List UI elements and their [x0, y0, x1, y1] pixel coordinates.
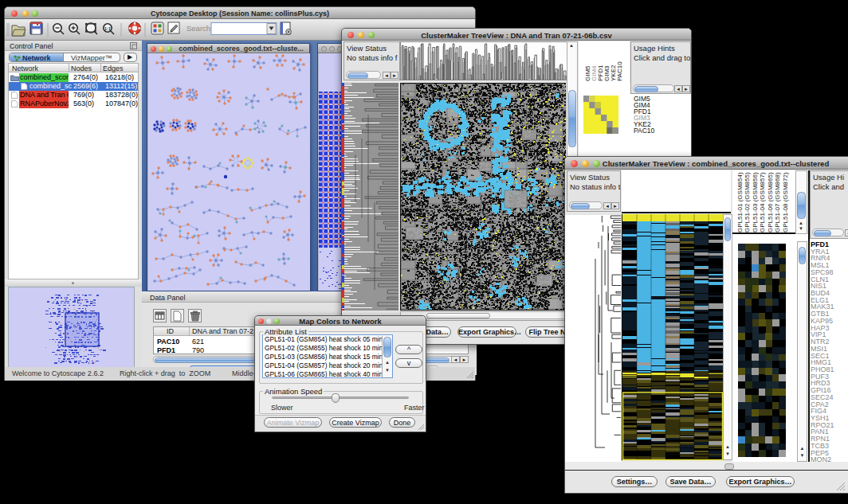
svg-text:GPL51-08 (GSM872): GPL51-08 (GSM872)	[782, 172, 789, 232]
svg-text:PAC10: PAC10	[616, 61, 623, 81]
svg-text:GPL51-03 (GSM856): GPL51-03 (GSM856)	[752, 172, 759, 232]
svg-text:Search:: Search:	[186, 24, 213, 33]
svg-text:GPL51-01 (GSM854): GPL51-01 (GSM854)	[736, 172, 744, 232]
svg-text:GPL51-07 (GSM868): GPL51-07 (GSM868)	[774, 172, 781, 232]
svg-text:GPL51-06 (GSM865): GPL51-06 (GSM865)	[767, 172, 774, 232]
svg-text:GPL51-02 (GSM855): GPL51-02 (GSM855)	[744, 172, 751, 232]
svg-text:1:1: 1:1	[104, 26, 111, 31]
svg-text:GPL51-04 (GSM857): GPL51-04 (GSM857)	[759, 172, 766, 232]
